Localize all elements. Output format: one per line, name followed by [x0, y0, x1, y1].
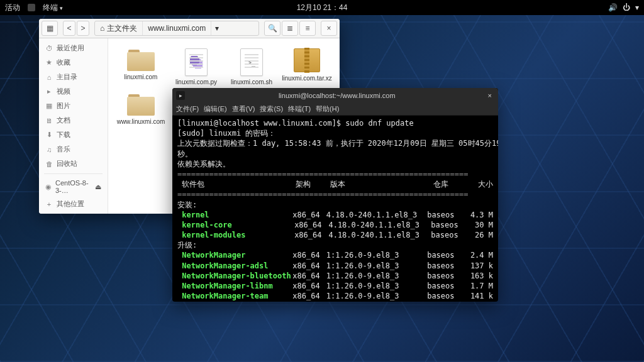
eject-icon[interactable]: ⏏	[95, 183, 101, 191]
music-icon: ♫	[45, 146, 53, 153]
terminal-menu-item[interactable]: 搜索(S)	[260, 104, 283, 114]
sidebar-item-videos[interactable]: ▸视频	[39, 84, 108, 99]
file-label: www.linuxmi.com	[117, 118, 165, 125]
terminal-menu-item[interactable]: 帮助(H)	[316, 104, 339, 114]
hamburger-button[interactable]: ≡	[299, 21, 316, 36]
plus-icon: +	[45, 200, 53, 208]
file-item[interactable]: linuxmi.com.tar.xz	[279, 46, 335, 88]
system-menu-chevron-icon[interactable]: ▾	[635, 3, 639, 12]
sh-icon	[240, 48, 263, 76]
app-menu[interactable]: 终端	[43, 3, 63, 13]
py-icon	[185, 48, 208, 76]
document-icon: 🗎	[45, 117, 53, 124]
new-tab-button[interactable]: ▦	[42, 21, 58, 36]
home-icon: ⌂	[45, 74, 53, 81]
video-icon: ▸	[45, 87, 53, 96]
clock-icon: ⏱	[45, 45, 53, 52]
sidebar-item-home[interactable]: ⌂主目录	[39, 70, 108, 84]
sidebar-item-downloads[interactable]: ⬇下载	[39, 128, 108, 142]
file-item[interactable]: linuxmi.com.py	[169, 46, 224, 88]
volume-icon[interactable]: 🔊	[608, 3, 618, 12]
home-icon: ⌂	[100, 24, 104, 33]
file-label: linuxmi.com.tar.xz	[282, 75, 331, 82]
gnome-topbar: 活动 终端 12月10 21：44 🔊 ⏻ ▾	[0, 0, 644, 15]
folder-icon	[127, 93, 155, 116]
terminal-window: ▸ linuxmi@localhost:~/www.linuxmi.com × …	[172, 88, 498, 302]
path-dropdown-icon[interactable]: ▾	[211, 21, 223, 35]
power-icon[interactable]: ⏻	[623, 3, 630, 12]
path-bar[interactable]: ⌂主文件夹 www.linuxmi.com ▾	[94, 21, 259, 36]
star-icon: ★	[45, 58, 53, 67]
sidebar-item-mount[interactable]: ◉CentOS-8-3-…⏏	[39, 177, 108, 197]
activities-button[interactable]: 活动	[5, 3, 20, 13]
app-icon	[28, 4, 35, 11]
download-icon: ⬇	[45, 131, 53, 139]
search-button[interactable]: 🔍	[264, 21, 280, 36]
image-icon: ▦	[45, 102, 53, 110]
close-window-button[interactable]: ×	[321, 21, 337, 36]
terminal-menu-item[interactable]: 文件(F)	[176, 104, 199, 114]
sidebar-item-other[interactable]: +其他位置	[39, 197, 108, 211]
file-label: linuxmi.com	[125, 74, 158, 80]
terminal-menu-item[interactable]: 编辑(E)	[204, 104, 227, 114]
sidebar-item-pictures[interactable]: ▦图片	[39, 99, 108, 113]
path-home[interactable]: ⌂主文件夹	[95, 21, 143, 35]
path-current[interactable]: www.linuxmi.com	[143, 21, 211, 35]
sidebar-item-documents[interactable]: 🗎文档	[39, 113, 108, 128]
terminal-menu-item[interactable]: 终端(T)	[288, 104, 311, 114]
sidebar-item-trash[interactable]: 🗑回收站	[39, 156, 108, 171]
nav-back-button[interactable]: <	[63, 21, 75, 36]
terminal-close-button[interactable]: ×	[486, 92, 494, 99]
terminal-titlebar[interactable]: ▸ linuxmi@localhost:~/www.linuxmi.com ×	[172, 88, 498, 103]
clock[interactable]: 12月10 21：44	[297, 3, 348, 13]
file-item[interactable]: linuxmi.com	[113, 46, 169, 88]
nav-forward-button[interactable]: >	[77, 21, 89, 36]
archive-icon	[294, 48, 320, 72]
files-sidebar: ⏱最近使用 ★收藏 ⌂主目录 ▸视频 ▦图片 🗎文档 ⬇下载 ♫音乐 🗑回收站 …	[39, 38, 108, 214]
terminal-body[interactable]: [linuxmi@localhost www.linuxmi.com]$ sud…	[172, 116, 498, 302]
folder-icon	[127, 48, 155, 71]
terminal-menubar: 文件(F)编辑(E)查看(V)搜索(S)终端(T)帮助(H)	[172, 103, 498, 116]
disc-icon: ◉	[45, 183, 52, 191]
terminal-title: linuxmi@localhost:~/www.linuxmi.com	[189, 92, 486, 99]
sidebar-item-music[interactable]: ♫音乐	[39, 142, 108, 156]
terminal-menu-item[interactable]: 查看(V)	[232, 104, 255, 114]
sidebar-item-recent[interactable]: ⏱最近使用	[39, 41, 108, 55]
terminal-icon: ▸	[176, 91, 185, 100]
sidebar-item-starred[interactable]: ★收藏	[39, 55, 108, 70]
files-toolbar: ▦ < > ⌂主文件夹 www.linuxmi.com ▾ 🔍 ≣ ≡ ×	[39, 19, 340, 38]
view-list-button[interactable]: ≣	[282, 21, 298, 36]
file-item[interactable]: linuxmi.com.sh	[224, 46, 279, 88]
trash-icon: 🗑	[45, 160, 53, 168]
file-item[interactable]: www.linuxmi.com	[113, 90, 169, 128]
file-label: linuxmi.com.py	[175, 79, 217, 85]
file-label: linuxmi.com.sh	[231, 79, 272, 85]
